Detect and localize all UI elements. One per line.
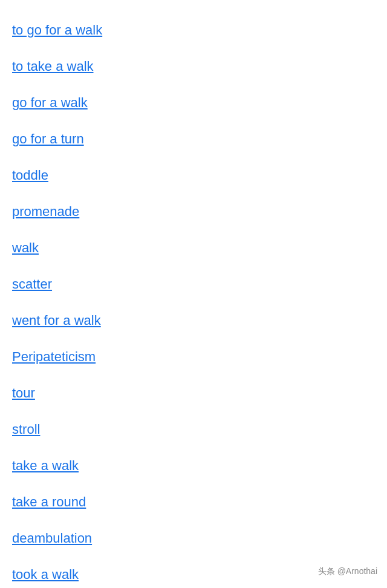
link-8[interactable]: scatter: [12, 266, 375, 302]
watermark: 头条 @Arnothai: [316, 565, 380, 578]
link-15[interactable]: deambulation: [12, 520, 375, 557]
link-3[interactable]: go for a walk: [12, 85, 375, 121]
link-10[interactable]: Peripateticism: [12, 339, 375, 375]
link-14[interactable]: take a round: [12, 484, 375, 520]
link-4[interactable]: go for a turn: [12, 121, 375, 157]
link-1[interactable]: to go for a walk: [12, 12, 375, 48]
link-9[interactable]: went for a walk: [12, 302, 375, 339]
link-7[interactable]: walk: [12, 230, 375, 266]
link-6[interactable]: promenade: [12, 194, 375, 230]
link-list: to go for a walkto take a walkgo for a w…: [12, 12, 375, 588]
link-12[interactable]: stroll: [12, 411, 375, 448]
link-5[interactable]: toddle: [12, 157, 375, 194]
link-13[interactable]: take a walk: [12, 448, 375, 484]
link-11[interactable]: tour: [12, 375, 375, 411]
link-2[interactable]: to take a walk: [12, 48, 375, 85]
